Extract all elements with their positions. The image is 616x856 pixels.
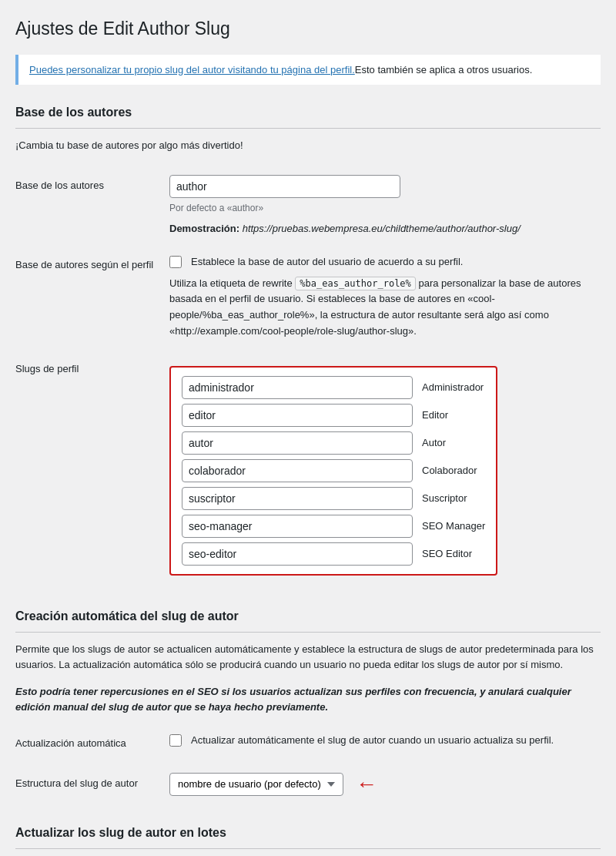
notice-banner: Puedes personalizar tu propio slug del a… [15, 55, 601, 86]
slug-role-label-5: SEO Manager [417, 512, 490, 540]
slug-input-5[interactable] [182, 515, 413, 538]
auto-create-table: Actualización automática Actualizar auto… [15, 723, 601, 805]
auto-structure-label: Estructura del slug de autor [15, 764, 169, 805]
slugs-perfil-row: Slugs de perfil Administrador Editor Aut… [15, 349, 601, 589]
slug-input-cell [177, 374, 417, 401]
auto-update-checkbox-row: Actualizar automáticamente el slug de au… [169, 733, 601, 748]
author-base-table: Base de los autores Por defecto a «autho… [15, 166, 601, 589]
auto-structure-cell: nombre de usuario (por defecto) nombre a… [169, 764, 601, 805]
profile-base-checkbox-label: Establece la base de autor del usuario d… [191, 254, 463, 270]
notice-rest-text: Esto también se aplica a otros usuarios. [355, 64, 533, 76]
slugs-inner-table: Administrador Editor Autor Colaborador S… [177, 374, 490, 568]
slug-input-cell [177, 457, 417, 485]
slug-input-0[interactable] [182, 376, 413, 399]
slug-row: Suscriptor [177, 485, 490, 512]
slug-input-1[interactable] [182, 404, 413, 427]
section-author-base-title: Base de los autores [15, 103, 601, 129]
auto-structure-select[interactable]: nombre de usuario (por defecto) nombre a… [169, 773, 343, 796]
slug-row: Administrador [177, 374, 490, 401]
profile-base-checkbox-row: Establece la base de autor del usuario d… [169, 254, 601, 270]
profile-base-cell: Establece la base de autor del usuario d… [169, 245, 601, 349]
slug-input-4[interactable] [182, 487, 413, 510]
slug-input-cell [177, 540, 417, 568]
auto-update-label: Actualización automática [15, 723, 169, 764]
author-base-label: Base de los autores [15, 166, 169, 246]
slug-input-6[interactable] [182, 542, 413, 566]
author-base-default: Por defecto a «author» [169, 201, 601, 215]
section-auto-title: Creación automática del slug de autor [15, 607, 601, 633]
slug-row: SEO Manager [177, 512, 490, 540]
slugs-table-wrapper: Administrador Editor Autor Colaborador S… [169, 366, 497, 576]
slug-role-label-3: Colaborador [417, 457, 490, 485]
section-auto-desc: Permite que los slugs de autor se actual… [15, 642, 601, 672]
section-author-base-desc: ¡Cambia tu base de autores por algo más … [15, 138, 601, 153]
slug-row: SEO Editor [177, 540, 490, 568]
author-base-cell: Por defecto a «author» Demostración: htt… [169, 166, 601, 246]
profile-base-row: Base de autores según el perfil Establec… [15, 245, 601, 349]
slug-role-label-2: Autor [417, 429, 490, 457]
profile-base-checkbox[interactable] [169, 256, 182, 268]
author-base-input[interactable] [169, 175, 400, 198]
slug-row: Autor [177, 429, 490, 457]
slug-input-cell [177, 401, 417, 429]
slug-input-cell [177, 512, 417, 540]
profile-code-tag: %ba_eas_author_role% [295, 277, 416, 290]
profile-desc-1: Utiliza la etiqueta de rewrite [169, 277, 295, 289]
slug-row: Editor [177, 401, 490, 429]
auto-update-cell: Actualizar automáticamente el slug de au… [169, 723, 601, 764]
auto-structure-row: Estructura del slug de autor nombre de u… [15, 764, 601, 805]
demo-label: Demostración: [169, 223, 239, 234]
slug-input-3[interactable] [182, 459, 413, 482]
page-title: Ajustes de Edit Author Slug [15, 15, 601, 42]
profile-base-description: Utiliza la etiqueta de rewrite %ba_eas_a… [169, 276, 601, 340]
section-batch-title: Actualizar los slug de autor en lotes [15, 824, 601, 849]
author-base-row: Base de los autores Por defecto a «autho… [15, 166, 601, 246]
auto-update-checkbox[interactable] [169, 734, 182, 747]
slug-role-label-1: Editor [417, 401, 490, 429]
slugs-perfil-cell: Administrador Editor Autor Colaborador S… [169, 349, 601, 589]
demo-url: https://pruebas.webempresa.eu/childtheme… [243, 223, 521, 234]
slug-row: Colaborador [177, 457, 490, 485]
auto-update-checkbox-label: Actualizar automáticamente el slug de au… [191, 733, 554, 748]
slug-input-cell [177, 429, 417, 457]
profile-link[interactable]: Puedes personalizar tu propio slug del a… [29, 64, 355, 76]
slug-input-cell [177, 485, 417, 512]
arrow-right-icon: ← [356, 774, 377, 795]
slug-role-label-0: Administrador [417, 374, 490, 401]
profile-base-label: Base de autores según el perfil [15, 245, 169, 349]
auto-structure-select-wrapper: nombre de usuario (por defecto) nombre a… [169, 773, 601, 796]
slug-role-label-6: SEO Editor [417, 540, 490, 568]
slugs-perfil-label: Slugs de perfil [15, 349, 169, 589]
author-base-demo: Demostración: https://pruebas.webempresa… [169, 221, 601, 237]
page-wrapper: Ajustes de Edit Author Slug Puedes perso… [15, 15, 601, 856]
section-auto-warning: Esto podría tener repercusiones en el SE… [15, 684, 601, 714]
slug-input-2[interactable] [182, 431, 413, 455]
auto-update-row: Actualización automática Actualizar auto… [15, 723, 601, 764]
slug-role-label-4: Suscriptor [417, 485, 490, 512]
